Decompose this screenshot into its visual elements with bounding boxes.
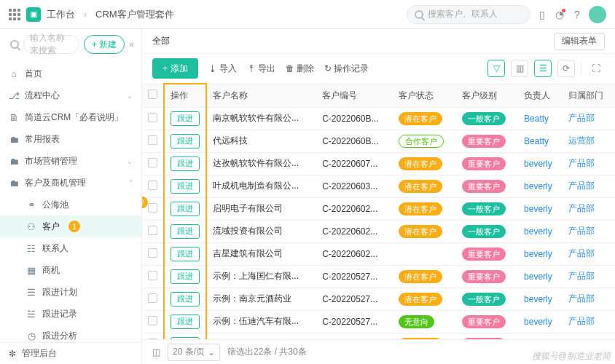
table-row[interactable]: 跟进叶成机电制造有限公...C-20220603...潜在客户重要客户bever… — [142, 175, 615, 197]
follow-button[interactable]: 跟进 — [171, 337, 200, 340]
export-button[interactable]: ⭱导出 — [247, 63, 275, 75]
cell-status — [393, 242, 456, 265]
flow-icon: ⎇ — [9, 90, 19, 100]
col-7[interactable]: 归属部门 — [563, 84, 615, 107]
chevron-down-icon: ⌄ — [208, 347, 215, 357]
cell-code: C-20220607... — [316, 152, 393, 175]
import-button[interactable]: ⭳导入 — [208, 63, 237, 75]
table-row[interactable]: 跟进南京帆软软件有限公...C-2022060B...潜在客户一般客户Beatt… — [142, 107, 615, 130]
row-checkbox[interactable] — [148, 248, 157, 258]
table-row[interactable]: 跟进代远科技C-2022060B...合作客户重要客户Beatty运营部 — [142, 130, 615, 152]
table-row[interactable]: 跟进吉星建筑有限公司C-20220602...重要客户beverly产品部 — [142, 242, 615, 265]
cell-code: C-20220602... — [316, 197, 393, 220]
cell-name: 南京帆软软件有限公... — [206, 107, 316, 130]
new-button[interactable]: + 新建 — [84, 35, 125, 54]
sidebar-item-常用报表[interactable]: 🖿常用报表 — [0, 128, 141, 150]
book-icon[interactable]: ▯ — [536, 9, 548, 20]
follow-button[interactable]: 跟进 — [171, 314, 200, 329]
edit-form-button[interactable]: 编辑表单 — [554, 33, 605, 50]
table-row[interactable]: 跟进流域投资有限公司C-20220602...潜在客户一般客户beverly产品… — [142, 220, 615, 242]
toolbar: +添加 ⭳导入 ⭱导出 🗑删除 ↻操作记录 ▽ ▥ ☰ ⟳ ⛶ — [142, 54, 615, 83]
clock-icon: ↻ — [324, 63, 332, 74]
bell-icon[interactable]: ◔ — [554, 9, 565, 20]
view-title[interactable]: 全部 — [152, 35, 170, 47]
row-checkbox[interactable] — [148, 158, 157, 167]
follow-button[interactable]: 跟进 — [171, 157, 200, 171]
cell-name: 示例：上海国仁有限... — [206, 265, 316, 288]
row-checkbox[interactable] — [148, 226, 157, 235]
add-button[interactable]: +添加 — [152, 58, 198, 79]
follow-button[interactable]: 跟进 — [171, 292, 200, 306]
cell-owner: Beatty — [518, 130, 563, 152]
sidebar-search[interactable]: 输入名称来搜索 — [23, 35, 79, 54]
help-icon[interactable]: ? — [571, 9, 583, 20]
row-checkbox[interactable] — [148, 271, 157, 280]
sidebar-item-联系人[interactable]: ☷联系人 — [0, 237, 141, 259]
sidebar-item-简道云CRM「必看说明」[interactable]: 🗎简道云CRM「必看说明」 — [0, 106, 141, 128]
sidebar-item-跟进计划[interactable]: ☰跟进计划 — [0, 281, 141, 303]
chevron-right-icon: › — [84, 9, 87, 20]
cell-status: 潜在客户 — [393, 197, 456, 220]
col-5[interactable]: 客户级别 — [456, 84, 518, 107]
sidebar-item-客户[interactable]: ⚇客户1 — [0, 215, 141, 237]
row-checkbox[interactable] — [148, 135, 157, 145]
collapse-icon[interactable]: « — [129, 39, 134, 50]
oplog-button[interactable]: ↻操作记录 — [324, 63, 369, 75]
cell-status: 潜在客户 — [393, 175, 456, 197]
breadcrumb-app[interactable]: CRM客户管理套件 — [95, 8, 174, 21]
col-4[interactable]: 客户状态 — [393, 84, 456, 107]
cell-dept: 产品部 — [563, 197, 615, 220]
follow-button[interactable]: 跟进 — [171, 202, 200, 216]
row-checkbox[interactable] — [148, 293, 157, 303]
sidebar-footer[interactable]: ✼管理后台 — [0, 342, 141, 364]
apps-icon[interactable] — [9, 9, 20, 20]
fullscreen-icon[interactable]: ⛶ — [587, 60, 605, 77]
table-row[interactable]: 跟进示例：伍迪汽车有限...C-20220527...无意向重要客户beverl… — [142, 310, 615, 333]
table-row[interactable]: 跟进启明电子有限公司C-20220602...潜在客户一般客户beverly产品… — [142, 197, 615, 220]
col-1[interactable]: 操作 — [164, 84, 206, 107]
table-row[interactable]: 跟进示例：上海国仁有限...C-20220527...潜在客户重要客户bever… — [142, 265, 615, 288]
sidebar-item-跟进分析[interactable]: ◷跟进分析 — [0, 325, 141, 342]
cell-code: C-20220527... — [316, 265, 393, 288]
col-6[interactable]: 负责人 — [518, 84, 563, 107]
row-checkbox[interactable] — [148, 316, 157, 325]
follow-button[interactable]: 跟进 — [171, 224, 200, 239]
follow-button[interactable]: 跟进 — [171, 111, 200, 126]
cell-name: 吉星建筑有限公司 — [206, 242, 316, 265]
page-size-select[interactable]: 20 条/页⌄ — [168, 344, 220, 361]
col-0[interactable] — [142, 84, 164, 107]
columns-icon[interactable]: ▥ — [511, 60, 528, 77]
sidebar-item-商机[interactable]: ▦商机 — [0, 259, 141, 281]
avatar[interactable] — [589, 6, 606, 23]
table-row[interactable]: 跟进达孜帆软软件有限公...C-20220607...潜在客户重要客户bever… — [142, 152, 615, 175]
chart-icon[interactable]: ◫ — [152, 347, 160, 357]
col-3[interactable]: 客户编号 — [316, 84, 393, 107]
breadcrumb-workspace[interactable]: 工作台 — [47, 8, 75, 21]
sidebar-item-首页[interactable]: ⌂首页 — [0, 63, 141, 84]
table-row[interactable]: 跟进示例：南京元酒药业C-20220527...潜在客户一般客户beverly产… — [142, 288, 615, 310]
filter-icon[interactable]: ▽ — [487, 60, 505, 77]
follow-button[interactable]: 跟进 — [171, 247, 200, 261]
cell-owner: beverly — [518, 220, 563, 242]
sidebar-item-客户及商机管理[interactable]: 🖿客户及商机管理˄ — [0, 172, 141, 194]
follow-button[interactable]: 跟进 — [171, 134, 200, 149]
settings-icon[interactable]: ☰ — [534, 60, 552, 77]
refresh-icon[interactable]: ⟳ — [557, 60, 575, 77]
follow-button[interactable]: 跟进 — [171, 179, 200, 194]
cell-status: 潜在客户 — [393, 265, 456, 288]
sidebar-item-市场营销管理[interactable]: 🖿市场营销管理 — [0, 150, 141, 172]
follow-button[interactable]: 跟进 — [171, 269, 200, 284]
delete-button[interactable]: 🗑删除 — [286, 63, 314, 75]
home-icon: ⌂ — [9, 68, 19, 79]
col-2[interactable]: 客户名称 — [206, 84, 316, 107]
global-search[interactable]: 搜索客户、联系人 — [407, 5, 530, 24]
sidebar-item-跟进记录[interactable]: ☱跟进记录 — [0, 303, 141, 325]
row-checkbox[interactable] — [148, 339, 157, 340]
sidebar-item-流程中心[interactable]: ⎇流程中心 — [0, 84, 141, 106]
sidebar-item-公海池[interactable]: ⚭公海池 — [0, 194, 141, 215]
row-checkbox[interactable] — [148, 203, 157, 213]
table-row[interactable]: 跟进示例：威创信息科技...C-20220527...潜在客户重要客户bever… — [142, 333, 615, 339]
checkbox-all[interactable] — [148, 90, 157, 99]
row-checkbox[interactable] — [148, 181, 157, 190]
row-checkbox[interactable] — [148, 113, 157, 122]
